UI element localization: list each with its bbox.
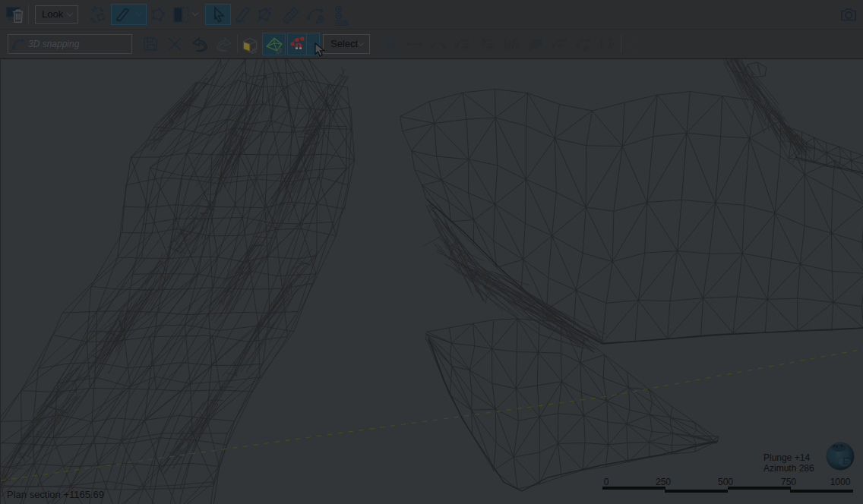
svg-text:3D: 3D <box>557 43 564 49</box>
